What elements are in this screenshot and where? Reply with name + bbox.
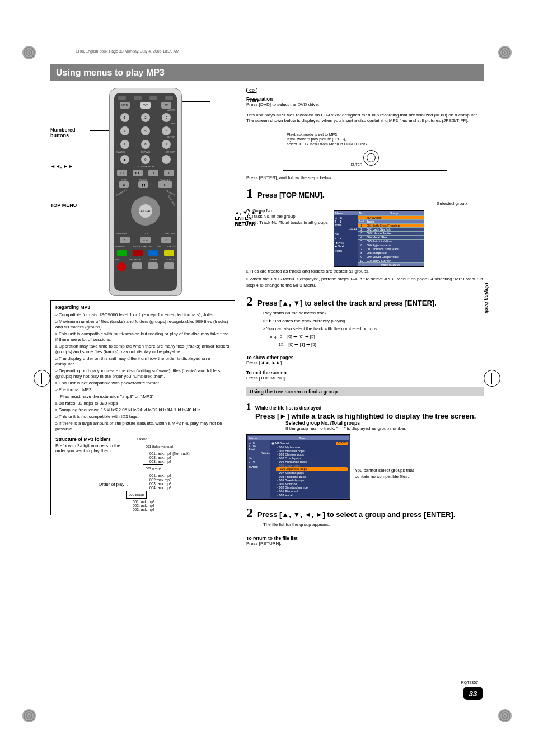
remote-info: Info [158, 245, 162, 248]
prep-l3: The screen shown below is displayed when… [246, 118, 484, 124]
mp3-p2: Maximum number of files (tracks) and fol… [55, 319, 230, 330]
remote-irep-label: i Rep [114, 122, 177, 125]
remote-status: STATUS [167, 245, 176, 248]
struct-text: Prefix with 3-digit numbers in the order… [55, 443, 128, 453]
mp3-p12: If there is a large amount of still pict… [55, 421, 230, 432]
other-l: Press [◄◄, ►►]. [246, 360, 283, 365]
remote-display: DISPLAY [166, 258, 176, 261]
mp3-p6: Depending on how you create the disc (wr… [55, 368, 230, 379]
step1-note1: Files are treated as tracks and folders … [246, 269, 484, 275]
mp3-p3: This unit is compatible with multi-sessi… [55, 331, 230, 342]
page-title: Using menus to play MP3 [50, 64, 484, 81]
remote-ch: CH [145, 232, 148, 235]
label-dvd: DVD [248, 98, 259, 104]
remote-play-label: PLAY/x1.3 [158, 179, 172, 181]
remote-sd: SD [161, 102, 171, 109]
enter-wheel-icon [363, 150, 379, 166]
step2-eg1: e.g., 5: [0] ➡ [0] ➡ [5] [270, 334, 484, 340]
step1-note2: When the JPEG Menu is displayed, perform… [246, 276, 484, 289]
tstep2-title: Press [▲, ▼, ◄, ►] to select a group and… [257, 510, 455, 519]
remote-erase: ERASE [150, 258, 158, 261]
remote-enter: ENTER [139, 204, 152, 218]
mp3-p10: Sampling frequency: 16 kHz/22.05 kHz/24 … [55, 407, 230, 413]
remote-diagram: Numbered buttons ◄◄, ►► TOP MENU DVD ▲, … [50, 88, 235, 295]
label-skip: ◄◄, ►► [50, 163, 73, 169]
step2-title: Press [▲, ▼] to select the track and pre… [257, 299, 437, 307]
struct-heading: Structure of MP3 folders [55, 436, 128, 442]
side-tab: Playing back [484, 283, 489, 313]
book-header: EH60English.book Page 33 Monday, July 4,… [76, 49, 179, 53]
label-arrows: ▲, ▼, ◄, ► ENTER RETURN [235, 210, 263, 227]
remote-dvd: DVD [140, 102, 151, 109]
tree-note: You cannot select groups that contain no… [355, 468, 416, 480]
mp3-p8b: Files must have the extension ".mp3" or … [60, 394, 230, 400]
tstep1-title: Press [►] while a track is highlighted t… [255, 412, 476, 420]
mp3-p1: Compatible formats: ISO9660 level 1 or 2… [55, 312, 230, 318]
tstep1-sub2: If the group has no track, "– –" is disp… [285, 426, 406, 431]
ret-l: Press [RETURN]. [246, 541, 282, 546]
remote-setup-label: SETUP [114, 135, 177, 138]
remote-hdd: HDD [120, 102, 130, 109]
step1-num: 1 [246, 186, 253, 201]
remote-pause-label: PAUSE [138, 179, 148, 181]
mp3-p9: Bit rates: 32 kbps to 320 kbps [55, 401, 230, 406]
step2-num: 2 [246, 294, 253, 309]
mp3-p5: The display order on this unit may diffe… [55, 356, 230, 367]
remote-submenu: SUB MENU [116, 232, 128, 235]
exit-h: To exit the screen [246, 370, 287, 375]
tstep1-pre: While the file list is displayed [255, 405, 476, 411]
step1-title: Press [TOP MENU]. [257, 191, 324, 199]
prep-l2: This unit plays MP3 files recorded on CD… [246, 112, 484, 118]
exit-l: Press [TOP MENU]. [246, 375, 286, 381]
selected-group-label: Selected group [246, 201, 467, 206]
remote-cmskip-label: CM SKIP [166, 151, 175, 153]
remote-slow-label: SLOW/SEARCH [114, 165, 177, 168]
step2-l2: "🞂" indicates the track currently playin… [263, 318, 484, 325]
mp3-p4: Operation may take time to complete when… [55, 344, 230, 355]
tstep1-num: 1 [246, 402, 251, 412]
mp3-p11: This unit is not compatible with ID3 tag… [55, 414, 230, 420]
prep-l4: Press [ENTER], and follow the steps belo… [246, 175, 484, 180]
rqt-code: RQT8307 [461, 680, 478, 684]
menu-diagram: Menu No. Group G 5 T 1 Total 1/111 No. [334, 210, 424, 267]
mp3-p8: File format: MP3 [55, 387, 230, 393]
order-label: Order of play ↓ [55, 481, 128, 487]
tstep1-sub: Selected group No. /Total groups [285, 420, 360, 426]
step2-l3: You can also select the track with the n… [263, 326, 484, 332]
tstep2-l: The file list for the group appears. [263, 522, 484, 528]
remote-cancel-label: CANCEL [116, 151, 125, 153]
tstep2-num: 2 [246, 505, 253, 520]
other-h: To show other pages [246, 355, 293, 360]
cd-badge: CD [246, 88, 257, 93]
tree-subheader: Using the tree screen to find a group [246, 387, 484, 396]
remote-audio-label: AUDIO [114, 109, 177, 111]
page-number: 33 [463, 687, 483, 700]
remote-s-btn: S [120, 237, 130, 243]
regarding-mp3-box: Regarding MP3 Compatible formats: ISO966… [50, 300, 235, 515]
step2-l1: Play starts on the selected track. [263, 311, 484, 317]
enter-label: ENTER [351, 163, 362, 166]
mp3-p7: This unit is not compatible with packet-… [55, 381, 230, 386]
playback-mode-box: Playback mode is set to MP3. If you want… [283, 129, 447, 171]
tree-window: MenuTree G 8 T 14 Total 40/111 No. 0 – 9… [246, 434, 350, 500]
label-topmenu: TOP MENU [50, 203, 77, 208]
folder-tree: Root 001 (folder=group) 001track.mp3 (fi… [132, 436, 230, 511]
remote-rep-label: REP/A-B [141, 151, 150, 153]
remote-create: CREATE CHAPTER [132, 245, 152, 248]
remote-rec: REC [115, 258, 120, 261]
remote-return: RETURN [165, 232, 175, 235]
mp3-heading: Regarding MP3 [55, 304, 230, 310]
label-numbered: Numbered buttons [50, 127, 90, 138]
remote-dubbing: DUBBING [115, 245, 125, 248]
remote-recmode: REC MODE [129, 258, 141, 261]
step2-eg2: 15: [0] ➡ [1] ➡ [5] [270, 342, 484, 348]
ret-h: To return to the file list [246, 536, 297, 541]
